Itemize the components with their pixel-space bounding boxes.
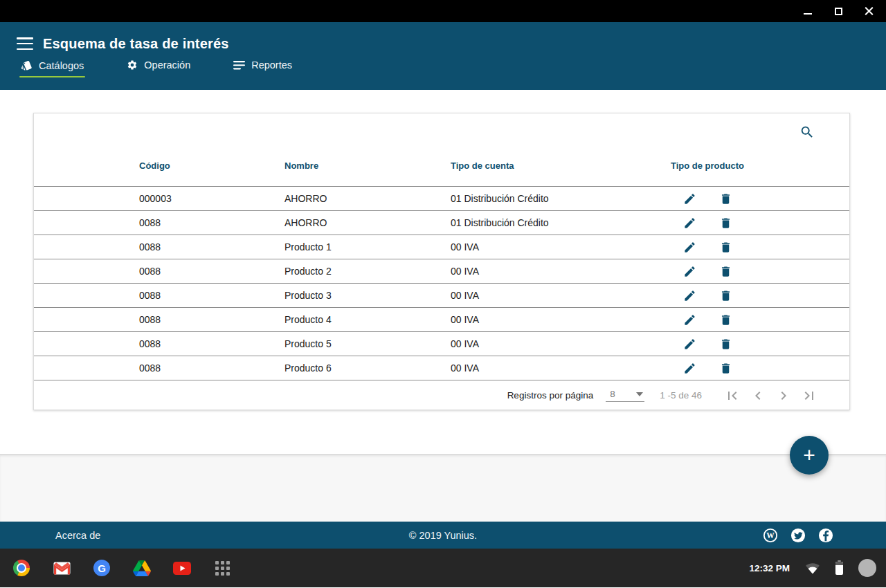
table-row: 000003 AHORRO 01 Distribución Crédito <box>34 186 849 210</box>
cell-codigo: 0088 <box>139 241 284 252</box>
cell-tipo-cuenta: 01 Distribución Crédito <box>451 217 671 228</box>
edit-button[interactable] <box>682 215 697 230</box>
cell-nombre: Producto 4 <box>284 314 451 325</box>
chevron-left-icon <box>750 387 766 404</box>
gmail-launcher[interactable] <box>53 559 71 577</box>
pencil-icon <box>683 338 696 351</box>
delete-button[interactable] <box>718 360 733 376</box>
tab-operacion[interactable]: Operación <box>125 55 192 77</box>
edit-button[interactable] <box>682 264 697 279</box>
battery-icon <box>835 562 843 575</box>
table-row: 0088 Producto 5 00 IVA <box>34 331 849 356</box>
pencil-icon <box>683 241 696 254</box>
wordpress-icon: W <box>763 528 778 543</box>
main-content: Código Nombre Tipo de cuenta Tipo de pro… <box>0 90 886 454</box>
table-toolbar <box>34 113 849 145</box>
cell-codigo: 0088 <box>139 290 284 301</box>
catalog-cards-icon <box>21 59 33 71</box>
google-icon: G <box>93 560 110 576</box>
trash-icon <box>719 265 732 278</box>
next-page-button[interactable] <box>775 387 792 404</box>
table-row: 0088 Producto 2 00 IVA <box>34 259 849 283</box>
tab-catalogos[interactable]: Catálogos <box>19 55 85 77</box>
column-header-tipo-producto: Tipo de producto <box>671 160 849 171</box>
youtube-icon <box>173 562 191 575</box>
facebook-icon <box>818 528 833 543</box>
search-icon <box>799 125 815 140</box>
maximize-button[interactable] <box>831 3 846 19</box>
google-launcher[interactable]: G <box>93 559 111 577</box>
edit-button[interactable] <box>682 360 697 376</box>
tab-label: Operación <box>144 59 190 71</box>
taskbar: G 12:32 PM <box>0 549 886 587</box>
delete-button[interactable] <box>718 191 733 206</box>
trash-icon <box>719 217 732 230</box>
table-row: 0088 Producto 4 00 IVA <box>34 307 849 331</box>
edit-button[interactable] <box>682 288 697 303</box>
delete-button[interactable] <box>718 239 733 255</box>
cell-codigo: 0088 <box>139 338 284 349</box>
row-actions <box>671 312 849 327</box>
app-grid-launcher[interactable] <box>213 559 231 577</box>
plus-icon: + <box>803 443 815 467</box>
system-tray[interactable]: 12:32 PM <box>749 559 876 577</box>
youtube-launcher[interactable] <box>173 559 191 577</box>
close-button[interactable] <box>861 3 876 19</box>
column-header-tipo-cuenta: Tipo de cuenta <box>451 160 671 171</box>
delete-button[interactable] <box>718 288 733 303</box>
twitter-icon <box>790 528 806 543</box>
paginator: Registros por página 8 1 -5 de 46 <box>34 380 849 410</box>
search-button[interactable] <box>797 122 817 143</box>
previous-page-button[interactable] <box>750 387 766 404</box>
tab-bar: Catálogos Operación Reportes <box>0 55 886 90</box>
report-lines-icon <box>233 60 245 70</box>
chrome-launcher[interactable] <box>12 559 30 577</box>
drive-launcher[interactable] <box>133 559 151 577</box>
cell-tipo-cuenta: 00 IVA <box>451 241 671 252</box>
trash-icon <box>719 362 732 375</box>
menu-hamburger-icon[interactable] <box>17 37 33 50</box>
first-page-button[interactable] <box>724 387 741 404</box>
row-actions <box>671 191 849 206</box>
delete-button[interactable] <box>718 215 733 230</box>
drive-icon <box>133 560 151 576</box>
close-icon <box>865 7 874 16</box>
table-row: 0088 AHORRO 01 Distribución Crédito <box>34 210 849 235</box>
facebook-link[interactable] <box>818 528 833 543</box>
wordpress-link[interactable]: W <box>763 528 778 543</box>
minimize-button[interactable] <box>800 3 815 19</box>
tab-reportes[interactable]: Reportes <box>232 55 293 77</box>
last-page-button[interactable] <box>801 387 817 404</box>
avatar[interactable] <box>858 559 876 577</box>
add-fab-button[interactable]: + <box>790 436 829 475</box>
pencil-icon <box>683 362 696 375</box>
cell-codigo: 000003 <box>139 193 284 204</box>
cell-nombre: Producto 5 <box>284 338 451 349</box>
first-page-icon <box>724 387 741 404</box>
delete-button[interactable] <box>718 264 733 279</box>
twitter-link[interactable] <box>790 528 806 543</box>
table-row: 0088 Producto 3 00 IVA <box>34 283 849 307</box>
cell-codigo: 0088 <box>139 266 284 277</box>
chevron-down-icon <box>636 392 643 396</box>
column-header-codigo: Código <box>139 160 284 171</box>
page-size-select[interactable]: 8 <box>606 389 644 402</box>
page-size-value: 8 <box>610 389 615 399</box>
cell-nombre: AHORRO <box>284 193 451 204</box>
window-titlebar <box>0 0 886 22</box>
tab-label: Reportes <box>251 59 292 71</box>
tab-label: Catálogos <box>39 60 84 71</box>
cell-nombre: Producto 2 <box>284 266 451 277</box>
page-title: Esquema de tasa de interés <box>43 36 229 52</box>
edit-button[interactable] <box>682 312 697 327</box>
pencil-icon <box>683 192 696 205</box>
delete-button[interactable] <box>718 336 733 351</box>
edit-button[interactable] <box>682 191 697 206</box>
table-header-row: Código Nombre Tipo de cuenta Tipo de pro… <box>34 145 849 186</box>
about-link[interactable]: Acerca de <box>55 530 100 541</box>
edit-button[interactable] <box>682 336 697 351</box>
edit-button[interactable] <box>682 239 697 255</box>
cell-nombre: Producto 1 <box>284 241 451 252</box>
delete-button[interactable] <box>718 312 733 327</box>
trash-icon <box>719 289 732 302</box>
